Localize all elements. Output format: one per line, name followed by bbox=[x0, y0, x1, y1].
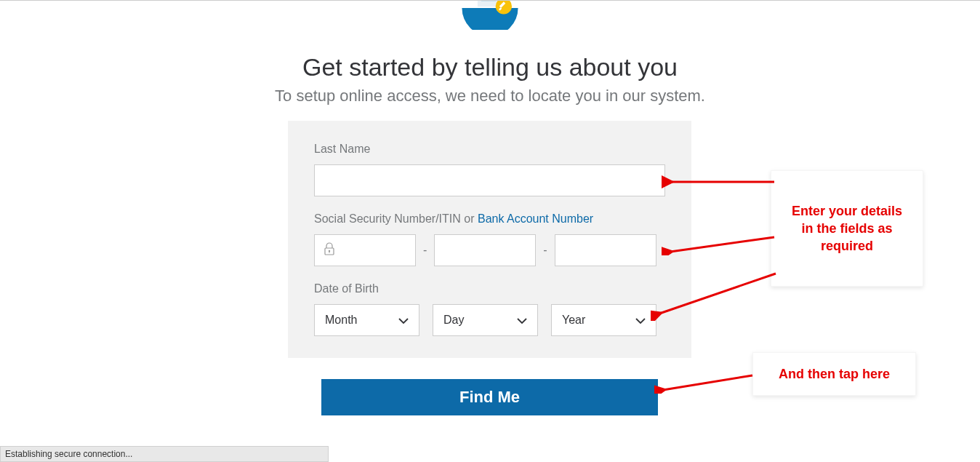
status-bar: Establishing secure connection... bbox=[0, 446, 329, 462]
ssn-input-3[interactable] bbox=[555, 234, 656, 266]
dob-row: Month Day Year bbox=[314, 304, 665, 336]
dob-day-select[interactable]: Day bbox=[433, 304, 538, 336]
ssn-row: - - bbox=[314, 234, 665, 266]
lock-icon bbox=[324, 242, 335, 258]
annotation-box-2: And then tap here bbox=[752, 352, 916, 396]
dob-year-select[interactable]: Year bbox=[551, 304, 656, 336]
dob-day-value: Day bbox=[443, 314, 464, 327]
chevron-down-icon bbox=[635, 314, 646, 327]
page-subtitle: To setup online access, we need to locat… bbox=[0, 87, 980, 105]
ssn-dash-2: - bbox=[543, 244, 547, 257]
ssn-input-2[interactable] bbox=[434, 234, 536, 266]
find-me-button[interactable]: Find Me bbox=[321, 379, 658, 415]
bank-account-link[interactable]: Bank Account Number bbox=[478, 212, 593, 225]
last-name-input[interactable] bbox=[314, 164, 665, 196]
last-name-label: Last Name bbox=[314, 143, 665, 156]
annotation-text-2: And then tap here bbox=[779, 365, 890, 383]
ssn-label-text: Social Security Number/ITIN or bbox=[314, 212, 478, 225]
page-title: Get started by telling us about you bbox=[0, 53, 980, 81]
dob-year-value: Year bbox=[562, 314, 585, 327]
dob-month-value: Month bbox=[325, 314, 357, 327]
ssn-input-1[interactable] bbox=[314, 234, 416, 266]
ssn-label: Social Security Number/ITIN or Bank Acco… bbox=[314, 212, 665, 226]
form-card: Last Name Social Security Number/ITIN or… bbox=[288, 121, 691, 358]
annotation-box-1: Enter your details in the fields as requ… bbox=[771, 170, 923, 287]
annotation-text-1: Enter your details in the fields as requ… bbox=[786, 202, 908, 255]
app-logo bbox=[454, 0, 526, 30]
dob-month-select[interactable]: Month bbox=[314, 304, 419, 336]
dob-label: Date of Birth bbox=[314, 282, 665, 295]
svg-line-14 bbox=[663, 375, 752, 390]
chevron-down-icon bbox=[398, 314, 409, 327]
annotation-arrow-4 bbox=[654, 372, 756, 394]
chevron-down-icon bbox=[517, 314, 527, 327]
ssn-dash-1: - bbox=[423, 244, 427, 257]
